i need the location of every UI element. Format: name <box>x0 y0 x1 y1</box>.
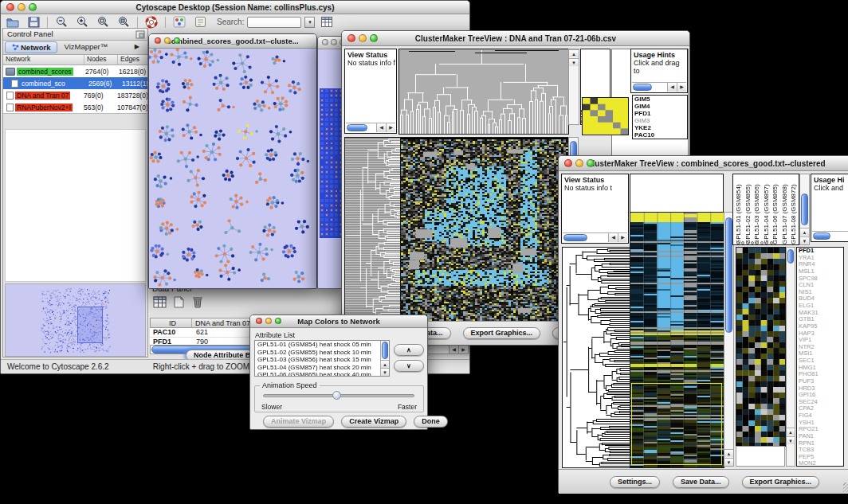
scroll-left-arrow[interactable]: ◀ <box>667 83 677 92</box>
tv1-legend-heatmap-canvas[interactable] <box>582 97 629 135</box>
tab-vizmapper[interactable]: VizMapper™ <box>57 41 114 53</box>
zoom-selected-icon[interactable] <box>115 16 132 29</box>
resize-grip[interactable] <box>843 483 848 492</box>
scroll-left-arrow[interactable]: ◀ <box>376 123 386 132</box>
network-table-row[interactable]: RNAPuberNov2+I 563(0) 107847(0) <box>3 101 147 113</box>
attribute-list-vscrollbar[interactable]: ▲ ▼ <box>380 341 389 376</box>
zoom-window-button[interactable] <box>587 159 595 167</box>
attribute-list-item[interactable]: GPL51-06 (GSM865) heat shock 40 min <box>255 371 380 377</box>
zoom-window-button[interactable] <box>174 37 180 44</box>
scroll-right-arrow[interactable]: ▶ <box>677 83 686 92</box>
tv2-row-dendrogram-canvas[interactable] <box>562 247 630 468</box>
gene-label[interactable]: PFD1 <box>633 110 687 117</box>
attribute-list[interactable]: GPL51-01 (GSM854) heat shock 05 minGPL51… <box>254 340 390 377</box>
tv2-usage-hscrollbar[interactable] <box>812 231 848 240</box>
scroll-thumb[interactable] <box>347 124 367 131</box>
scroll-left-arrow[interactable]: ◀ <box>608 233 618 242</box>
minimize-button[interactable] <box>265 318 272 324</box>
gene-label[interactable]: GIM3 <box>633 117 687 124</box>
scroll-up-arrow[interactable]: ▲ <box>787 428 795 436</box>
treeview-action-button[interactable]: Settings... <box>610 476 660 488</box>
tv2-heatmap-vscrollbar[interactable]: ▲ ▼ <box>724 212 734 467</box>
tab-overflow-arrow[interactable]: ▶ <box>128 41 146 53</box>
gene-label[interactable]: GIM4 <box>633 103 687 110</box>
attribute-table-icon[interactable] <box>318 16 336 29</box>
tv2-label-vscrollbar[interactable]: ▲ ▼ <box>799 174 810 245</box>
slider-thumb[interactable] <box>332 391 341 400</box>
minimize-button[interactable] <box>164 37 171 44</box>
tv1-row-dendrogram-canvas[interactable] <box>344 137 401 322</box>
scroll-left-arrow[interactable]: ◀ <box>449 346 458 354</box>
scroll-down-arrow[interactable]: ▼ <box>381 368 389 376</box>
open-file-icon[interactable] <box>4 16 22 29</box>
scroll-down-arrow[interactable]: ▼ <box>569 58 579 66</box>
zoom-fit-icon[interactable] <box>94 16 112 29</box>
tv1-usage-hscrollbar[interactable]: ◀ ▶ <box>632 82 686 92</box>
gene-label[interactable]: PAC10 <box>633 131 687 139</box>
zoom-window-button[interactable] <box>370 34 378 42</box>
move-up-button[interactable]: ∧ <box>394 344 424 356</box>
scroll-thumb[interactable] <box>787 249 794 264</box>
zoom-out-icon[interactable] <box>53 16 70 29</box>
gene-label[interactable]: MON2 <box>797 460 843 467</box>
annotation-icon[interactable] <box>191 16 209 29</box>
zoom-window-button[interactable] <box>275 318 281 324</box>
tv1-col-dendrogram-canvas[interactable] <box>398 49 569 135</box>
minimize-button[interactable] <box>331 39 337 45</box>
scroll-thumb[interactable] <box>563 234 587 241</box>
save-icon[interactable] <box>25 16 42 29</box>
close-button[interactable] <box>155 37 161 44</box>
minimize-button[interactable] <box>359 34 367 42</box>
gene-label[interactable]: YKE2 <box>633 124 687 131</box>
scroll-right-arrow[interactable]: ▶ <box>458 346 468 354</box>
delete-attribute-trash-icon[interactable] <box>190 295 205 308</box>
gene-label[interactable]: GIM5 <box>633 96 687 103</box>
network-table-row[interactable]: combined_sco 2569(6) 13112(15) <box>3 77 147 89</box>
move-down-button[interactable]: ∨ <box>394 360 424 372</box>
close-button[interactable] <box>564 159 572 167</box>
cytoscape-titlebar[interactable]: Cytoscape Desktop (Session Name: collins… <box>1 1 469 14</box>
search-input[interactable] <box>247 17 301 28</box>
scroll-up-arrow[interactable]: ▲ <box>724 449 733 457</box>
close-button[interactable] <box>322 39 328 45</box>
scroll-right-arrow[interactable]: ▶ <box>386 123 395 132</box>
network-canvas[interactable] <box>149 49 316 288</box>
scroll-thumb[interactable] <box>725 217 732 333</box>
float-panel-icon[interactable] <box>135 29 146 39</box>
close-button[interactable] <box>347 34 355 42</box>
close-button[interactable] <box>256 318 262 324</box>
attribute-list-item[interactable]: GPL51-01 (GSM854) heat shock 05 min <box>255 341 380 349</box>
dialog-button[interactable]: Animate Vizmap <box>263 416 334 428</box>
scroll-right-arrow[interactable]: ▶ <box>618 233 627 242</box>
treeview-action-button[interactable]: Export Graphics... <box>742 476 820 488</box>
attribute-list-item[interactable]: GPL51-03 (GSM856) heat shock 15 min <box>255 356 380 364</box>
search-dropdown-button[interactable]: ▼ <box>304 17 315 28</box>
attribute-list-item[interactable]: GPL51-02 (GSM855) heat shock 10 min <box>255 349 380 357</box>
tv2-col-dendrogram-area[interactable] <box>630 174 724 212</box>
overview-canvas[interactable] <box>6 284 145 356</box>
tv1-heatmap-canvas[interactable] <box>400 137 569 322</box>
scroll-down-arrow[interactable]: ▼ <box>800 236 809 244</box>
close-button[interactable] <box>6 3 14 11</box>
scroll-up-arrow[interactable]: ▲ <box>569 49 579 57</box>
tv1-label-scroll-strip[interactable]: ▲ ▼ <box>568 49 579 125</box>
tv2-heatmap-canvas[interactable] <box>630 212 724 468</box>
scroll-thumb[interactable] <box>801 193 808 225</box>
scroll-up-arrow[interactable]: ▲ <box>800 228 809 236</box>
scroll-thumb[interactable] <box>813 232 830 240</box>
dialog-button[interactable]: Create Vizmap <box>341 416 406 428</box>
treeview-action-button[interactable]: Export Graphics... <box>463 327 541 339</box>
dense-network-canvas[interactable] <box>320 87 344 240</box>
help-lifering-icon[interactable] <box>143 16 160 29</box>
overview-viewport-rect[interactable] <box>77 307 103 343</box>
tv2-zoom-heatmap-canvas[interactable] <box>736 247 786 447</box>
network-table-row[interactable]: combined_scores 2764(0) 16218(0) <box>3 65 147 77</box>
treeview-action-button[interactable]: Save Data... <box>673 476 729 488</box>
tab-network[interactable]: Network <box>5 41 57 53</box>
dialog-button[interactable]: Done <box>414 416 448 428</box>
network-table-row[interactable]: DNA and Tran 07 769(0) 183728(0) <box>3 89 147 101</box>
tv2-status-hscrollbar[interactable]: ◀ ▶ <box>563 232 627 242</box>
scroll-thumb[interactable] <box>633 84 652 91</box>
minimize-button[interactable] <box>18 3 26 11</box>
minimize-button[interactable] <box>575 159 583 167</box>
